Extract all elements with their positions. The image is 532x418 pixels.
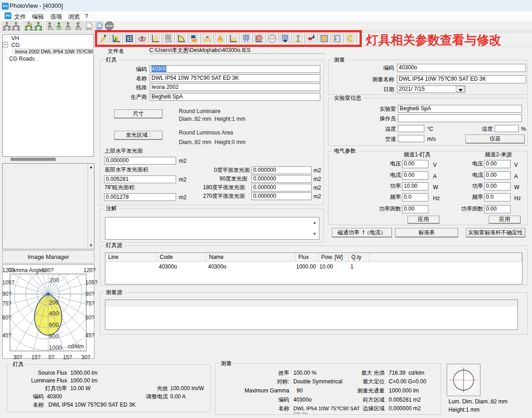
svg-text:90?: 90? — [85, 291, 94, 297]
svg-text:60?: 60? — [85, 315, 94, 321]
svg-text:120?: 120? — [83, 267, 96, 274]
svg-text:180?: 180? — [42, 267, 54, 274]
svg-text:JPG: JPG — [86, 27, 92, 31]
svg-text:200: 200 — [49, 277, 59, 284]
svg-text:30?: 30? — [13, 354, 22, 361]
svg-text:200: 200 — [49, 299, 59, 306]
svg-text:15?: 15? — [31, 354, 41, 361]
svg-text:800: 800 — [49, 333, 59, 340]
svg-text:75?: 75? — [85, 300, 94, 307]
svg-text:30?: 30? — [81, 354, 90, 361]
svg-text:105?: 105? — [85, 279, 98, 286]
svg-text:400: 400 — [49, 310, 59, 317]
svg-text:600: 600 — [49, 321, 59, 328]
svg-text:1000: 1000 — [49, 344, 62, 351]
svg-text:Gamma Angles: Gamma Angles — [8, 267, 46, 274]
svg-text:105?: 105? — [2, 279, 15, 286]
svg-text:TXT: TXT — [57, 27, 62, 31]
svg-text:15?: 15? — [63, 354, 72, 361]
svg-text:STOP: STOP — [106, 25, 113, 27]
svg-text:DXF: DXF — [65, 27, 71, 31]
svg-text:JPG: JPG — [47, 27, 53, 31]
svg-text:0?: 0? — [48, 354, 55, 361]
svg-text:EPS: EPS — [76, 27, 82, 31]
svg-text:cd/klm: cd/klm — [68, 343, 84, 350]
svg-text:45?: 45? — [85, 332, 94, 339]
